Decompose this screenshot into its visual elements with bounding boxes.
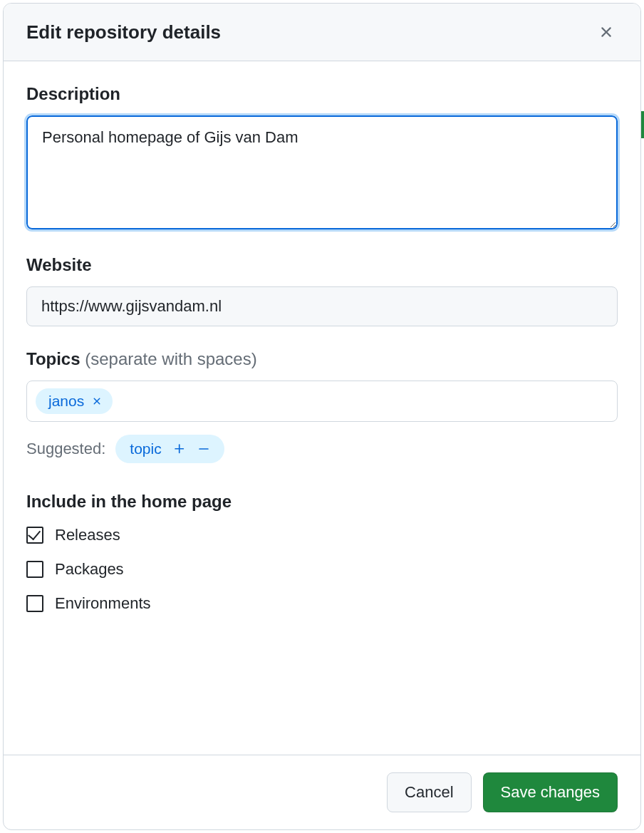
checkbox-row-releases: Releases	[26, 526, 618, 544]
releases-label[interactable]: Releases	[55, 526, 120, 544]
description-input[interactable]	[26, 115, 618, 229]
close-icon	[598, 24, 615, 41]
dialog-footer: Cancel Save changes	[4, 755, 640, 829]
edit-repo-dialog: Edit repository details Description Webs…	[3, 3, 641, 830]
checkbox-row-packages: Packages	[26, 560, 618, 579]
topic-remove-button[interactable]	[91, 395, 103, 407]
environments-label[interactable]: Environments	[55, 594, 151, 613]
dialog-body: Description Website Topics (separate wit…	[4, 61, 640, 755]
suggested-topic-label: topic	[130, 440, 161, 457]
topic-tag: janos	[36, 388, 113, 414]
save-button[interactable]: Save changes	[483, 772, 618, 812]
close-button[interactable]	[595, 21, 618, 43]
cancel-button[interactable]: Cancel	[387, 772, 471, 812]
suggested-label: Suggested:	[26, 440, 105, 458]
add-topic-button[interactable]	[173, 443, 186, 455]
minus-icon	[197, 443, 210, 455]
website-input[interactable]	[26, 286, 618, 326]
remove-topic-button[interactable]	[197, 443, 210, 455]
topics-hint: (separate with spaces)	[85, 349, 256, 368]
topics-label: Topics (separate with spaces)	[26, 349, 618, 369]
plus-icon	[173, 443, 186, 455]
packages-label[interactable]: Packages	[55, 560, 124, 579]
topics-input-container[interactable]: janos	[26, 381, 618, 422]
description-group: Description	[26, 84, 618, 232]
topic-tag-label: janos	[48, 393, 84, 410]
include-section-title: Include in the home page	[26, 492, 618, 512]
suggested-row: Suggested: topic	[26, 435, 618, 463]
topics-group: Topics (separate with spaces) janos Sugg…	[26, 349, 618, 463]
background-strip	[641, 111, 644, 138]
close-icon	[91, 395, 103, 407]
dialog-title: Edit repository details	[26, 21, 221, 43]
checkbox-row-environments: Environments	[26, 594, 618, 613]
topics-label-text: Topics	[26, 349, 80, 368]
releases-checkbox[interactable]	[26, 527, 43, 544]
environments-checkbox[interactable]	[26, 595, 43, 612]
suggested-topic: topic	[115, 435, 224, 463]
packages-checkbox[interactable]	[26, 561, 43, 578]
website-label: Website	[26, 255, 618, 275]
dialog-header: Edit repository details	[4, 4, 640, 61]
website-group: Website	[26, 255, 618, 326]
description-label: Description	[26, 84, 618, 104]
